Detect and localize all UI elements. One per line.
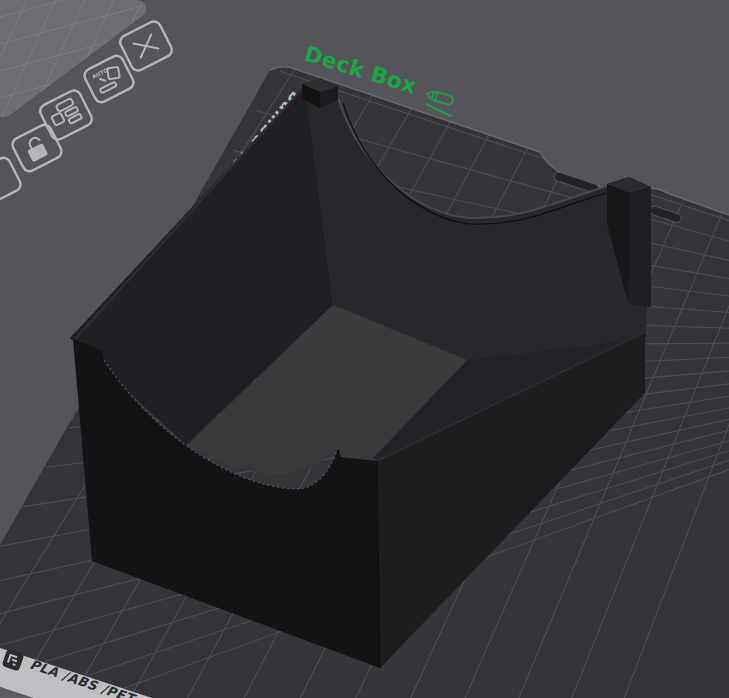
scene-canvas: AUTO	[0, 0, 729, 698]
slicer-viewport: AUTO	[0, 0, 729, 698]
